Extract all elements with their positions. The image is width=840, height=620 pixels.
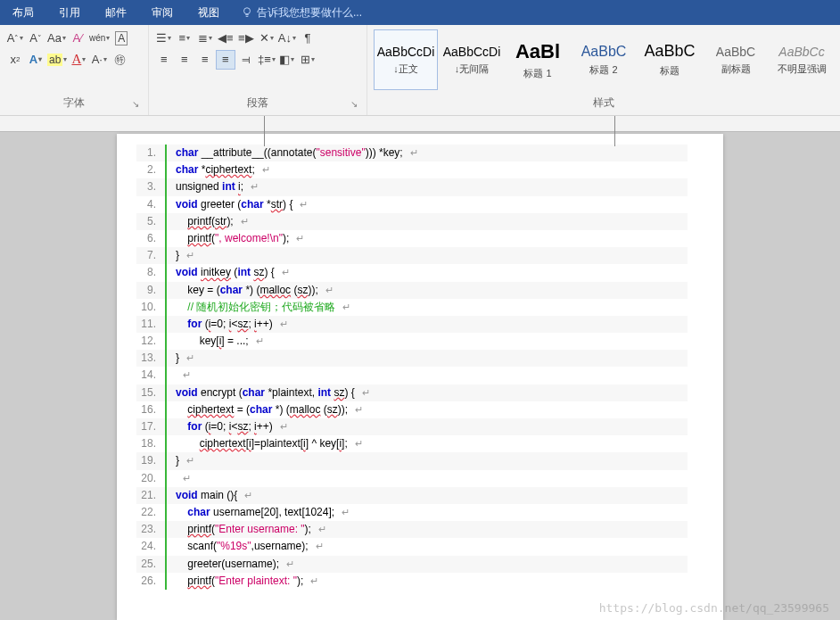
- indent-inc-btn[interactable]: ≡▶: [236, 29, 256, 48]
- line-number: 18.: [136, 435, 167, 452]
- paragraph-group-label: 段落↘: [154, 94, 361, 112]
- watermark-text: https://blog.csdn.net/qq_23599965: [599, 601, 829, 615]
- font-shrink-btn[interactable]: A˄: [5, 29, 25, 48]
- line-number: 5.: [136, 213, 167, 230]
- line-number: 6.: [136, 230, 167, 247]
- line-number: 13.: [136, 350, 167, 367]
- line-number: 14.: [136, 367, 167, 384]
- font-color-btn[interactable]: A: [69, 50, 88, 70]
- align-center-btn[interactable]: ≡: [175, 50, 194, 70]
- show-marks-btn[interactable]: ¶: [298, 29, 317, 48]
- line-number: 4.: [136, 196, 167, 213]
- line-number: 16.: [136, 401, 167, 418]
- style-heading2[interactable]: AaBbC标题 2: [572, 29, 636, 90]
- tab-references[interactable]: 引用: [46, 0, 93, 25]
- align-left-btn[interactable]: ≡: [154, 50, 174, 70]
- styles-gallery: AaBbCcDi↓正文 AaBbCcDi↓无间隔 AaBl标题 1 AaBbC标…: [373, 28, 835, 92]
- subscript-btn[interactable]: x2: [5, 50, 25, 70]
- para-mark-icon: ↵: [410, 145, 418, 161]
- group-styles: AaBbCcDi↓正文 AaBbCcDi↓无间隔 AaBl标题 1 AaBbC标…: [367, 25, 840, 115]
- tab-view[interactable]: 视图: [185, 0, 232, 25]
- text-effects-btn[interactable]: A: [26, 50, 45, 70]
- align-right-btn[interactable]: ≡: [195, 50, 215, 70]
- paragraph-launcher-icon[interactable]: ↘: [350, 99, 358, 109]
- line-number: 20.: [136, 470, 167, 487]
- line-number: 24.: [136, 538, 167, 555]
- horizontal-ruler[interactable]: [0, 116, 840, 132]
- tab-review[interactable]: 审阅: [139, 0, 185, 25]
- style-subtitle[interactable]: AaBbC副标题: [704, 29, 768, 90]
- sort-btn[interactable]: A↓: [277, 29, 297, 48]
- line-number: 17.: [136, 418, 167, 435]
- line-number: 21.: [136, 487, 167, 504]
- indent-dec-btn[interactable]: ◀≡: [216, 29, 235, 48]
- distribute-btn[interactable]: ⫤: [236, 50, 256, 70]
- line-number: 7.: [136, 247, 167, 264]
- ribbon: A˄ A˅ Aa A⁄ wén A x2 A ab A A· ㊕ 字体↘ ☰ ≡: [0, 25, 840, 116]
- line-number: 12.: [136, 333, 167, 350]
- page[interactable]: 1.char __attribute__((annotate("sensitiv…: [117, 134, 723, 620]
- style-normal[interactable]: AaBbCcDi↓正文: [374, 29, 438, 90]
- document-area: 1.char __attribute__((annotate("sensitiv…: [0, 116, 840, 620]
- lightbulb-icon: [241, 6, 253, 19]
- styles-group-label: 样式: [373, 94, 835, 112]
- line-number: 3.: [136, 178, 167, 195]
- line-number: 2.: [136, 161, 167, 178]
- multilevel-btn[interactable]: ≣: [195, 29, 215, 48]
- line-spacing-btn[interactable]: ‡≡: [257, 50, 276, 70]
- ribbon-tabs: 布局 引用 邮件 审阅 视图 告诉我您想要做什么...: [0, 0, 840, 25]
- character-shading-btn[interactable]: A·: [89, 50, 109, 70]
- tab-layout[interactable]: 布局: [0, 0, 46, 25]
- bullets-btn[interactable]: ☰: [154, 29, 174, 48]
- group-font: A˄ A˅ Aa A⁄ wén A x2 A ab A A· ㊕ 字体↘: [0, 25, 149, 115]
- tell-me-hint[interactable]: 告诉我您想要做什么...: [241, 5, 362, 21]
- left-margin-marker: [235, 116, 265, 146]
- line-number: 25.: [136, 556, 167, 573]
- font-grow-btn[interactable]: A˅: [26, 29, 45, 48]
- justify-btn[interactable]: ≡: [216, 50, 235, 70]
- style-nospacing[interactable]: AaBbCcDi↓无间隔: [440, 29, 504, 90]
- line-number: 9.: [136, 282, 167, 299]
- shading-btn[interactable]: ◧: [277, 50, 297, 70]
- line-number: 15.: [136, 384, 167, 401]
- style-subtle[interactable]: AaBbCc不明显强调: [770, 29, 834, 90]
- group-paragraph: ☰ ≡ ≣ ◀≡ ≡▶ ✕ A↓ ¶ ≡ ≡ ≡ ≡ ⫤ ‡≡ ◧ ⊞ 段落↘: [149, 25, 367, 115]
- tab-mail[interactable]: 邮件: [93, 0, 139, 25]
- numbering-btn[interactable]: ≡: [175, 29, 194, 48]
- highlight-btn[interactable]: ab: [46, 50, 68, 70]
- style-heading1[interactable]: AaBl标题 1: [506, 29, 570, 90]
- enclose-char-btn[interactable]: ㊕: [110, 50, 129, 70]
- change-case-btn[interactable]: Aa: [46, 29, 67, 48]
- borders-btn[interactable]: ⊞: [298, 50, 317, 70]
- line-number: 22.: [136, 504, 167, 521]
- phonetic-btn[interactable]: wén: [88, 29, 111, 48]
- line-number: 1.: [136, 145, 167, 161]
- asian-layout-btn[interactable]: ✕: [257, 29, 276, 48]
- right-margin-marker: [614, 116, 645, 146]
- line-number: 10.: [136, 299, 167, 316]
- line-number: 19.: [136, 452, 167, 469]
- font-launcher-icon[interactable]: ↘: [132, 99, 139, 109]
- line-number: 23.: [136, 521, 167, 538]
- line-number: 8.: [136, 264, 167, 281]
- clear-formatting-btn[interactable]: A⁄: [68, 29, 87, 48]
- svg-point-0: [244, 8, 251, 14]
- code-block[interactable]: 1.char __attribute__((annotate("sensitiv…: [136, 145, 688, 590]
- line-number: 11.: [136, 316, 167, 333]
- character-border-btn[interactable]: A: [111, 29, 131, 48]
- style-title[interactable]: AaBbC标题: [638, 29, 702, 90]
- line-number: 26.: [136, 573, 167, 590]
- font-group-label: 字体↘: [5, 94, 143, 112]
